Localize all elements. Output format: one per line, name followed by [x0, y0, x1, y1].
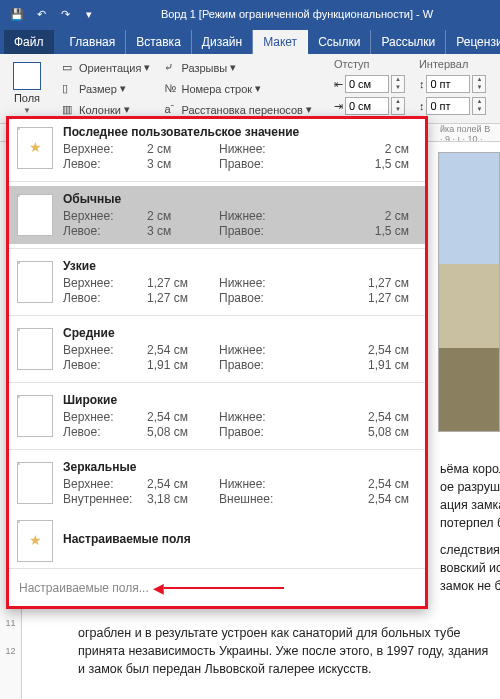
line-numbers-button[interactable]: №Номера строк▾ [164, 79, 311, 98]
margins-custom-title: Настраиваемые поля [63, 532, 417, 546]
spacing-before-icon: ↕ [419, 78, 425, 90]
margins-dropdown: Последнее пользовательское значениеВерхн… [6, 116, 428, 609]
spacing-after-spinner[interactable]: ↕ ▲▼ [419, 96, 487, 116]
indent-left-input[interactable] [345, 75, 389, 93]
margins-menu-item[interactable]: ЗеркальныеВерхнее:2,54 смНижнее:2,54 смВ… [9, 454, 425, 512]
margins-menu-custom-item[interactable]: Настраиваемые поля [9, 512, 425, 568]
margins-menu-item[interactable]: ШирокиеВерхнее:2,54 смНижнее:2,54 смЛево… [9, 387, 425, 445]
spacing-after-input[interactable] [426, 97, 470, 115]
indent-left-stepper[interactable]: ▲▼ [391, 75, 405, 93]
interval-label: Интервал [419, 58, 487, 70]
margins-preset-icon [17, 462, 53, 504]
margins-label: Поля [14, 92, 40, 104]
document-text-right: ьёма короля ое разрушен ация замка, поте… [440, 460, 500, 595]
spacing-after-stepper[interactable]: ▲▼ [472, 97, 486, 115]
indent-left-spinner[interactable]: ⇤ ▲▼ [334, 74, 405, 94]
breaks-button[interactable]: ⤶Разрывы▾ [164, 58, 311, 77]
spacing-after-icon: ↕ [419, 100, 425, 112]
hyphenation-icon: aˉ [164, 103, 178, 117]
margins-preset-title: Средние [63, 326, 417, 340]
document-body-text: ограблен и в результате устроен как сана… [78, 624, 500, 678]
margins-preset-title: Узкие [63, 259, 417, 273]
ribbon-tabs: Файл Главная Вставка Дизайн Макет Ссылки… [0, 28, 500, 54]
ruler-side-text: йка полей В [440, 124, 490, 134]
tab-home[interactable]: Главная [60, 30, 127, 54]
tab-insert[interactable]: Вставка [126, 30, 192, 54]
margins-menu-item[interactable]: УзкиеВерхнее:1,27 смНижнее:1,27 смЛевое:… [9, 253, 425, 311]
margins-menu-item[interactable]: ОбычныеВерхнее:2 смНижнее:2 смЛевое:3 см… [9, 186, 425, 244]
indent-right-stepper[interactable]: ▲▼ [391, 97, 405, 115]
document-image [438, 152, 500, 432]
annotation-arrow: ◀ [159, 577, 284, 598]
indent-right-input[interactable] [345, 97, 389, 115]
size-icon: ▯ [62, 82, 76, 96]
window-title: Ворд 1 [Режим ограниченной функционально… [100, 8, 494, 20]
quick-access-toolbar: 💾 ↶ ↷ ▾ [6, 3, 100, 25]
margins-button[interactable]: Поля ▼ [6, 58, 48, 118]
line-numbers-icon: № [164, 82, 178, 96]
orientation-icon: ▭ [62, 61, 76, 75]
margins-preset-title: Широкие [63, 393, 417, 407]
margins-custom-icon [17, 520, 53, 562]
tab-mailings[interactable]: Рассылки [371, 30, 446, 54]
tab-design[interactable]: Дизайн [192, 30, 253, 54]
spacing-before-input[interactable] [426, 75, 470, 93]
tab-file[interactable]: Файл [4, 30, 54, 54]
margins-preset-title: Последнее пользовательское значение [63, 125, 417, 139]
margins-preset-icon [17, 194, 53, 236]
margins-menu-item[interactable]: СредниеВерхнее:2,54 смНижнее:2,54 смЛево… [9, 320, 425, 378]
indent-label: Отступ [334, 58, 405, 70]
indent-right-icon: ⇥ [334, 100, 343, 113]
indent-left-icon: ⇤ [334, 78, 343, 91]
orientation-button[interactable]: ▭Ориентация▾ [62, 58, 150, 77]
margins-preset-title: Зеркальные [63, 460, 417, 474]
redo-button[interactable]: ↷ [54, 3, 76, 25]
spacing-before-spinner[interactable]: ↕ ▲▼ [419, 74, 487, 94]
tab-review[interactable]: Рецензи [446, 30, 500, 54]
spacing-before-stepper[interactable]: ▲▼ [472, 75, 486, 93]
margins-menu-item[interactable]: Последнее пользовательское значениеВерхн… [9, 119, 425, 177]
breaks-icon: ⤶ [164, 61, 178, 75]
margins-preset-icon [17, 261, 53, 303]
tab-references[interactable]: Ссылки [308, 30, 371, 54]
save-button[interactable]: 💾 [6, 3, 28, 25]
margins-preset-title: Обычные [63, 192, 417, 206]
chevron-down-icon: ▼ [23, 106, 31, 115]
margins-preset-icon [17, 127, 53, 169]
margins-preset-icon [17, 395, 53, 437]
margins-custom-footer[interactable]: Настраиваемые поля... ◀ [9, 568, 425, 606]
qat-customize-button[interactable]: ▾ [78, 3, 100, 25]
tab-layout[interactable]: Макет [253, 30, 308, 54]
size-button[interactable]: ▯Размер▾ [62, 79, 150, 98]
margins-preset-icon [17, 328, 53, 370]
margins-icon [13, 62, 41, 90]
columns-icon: ▥ [62, 103, 76, 117]
undo-button[interactable]: ↶ [30, 3, 52, 25]
indent-right-spinner[interactable]: ⇥ ▲▼ [334, 96, 405, 116]
ribbon: Поля ▼ ▭Ориентация▾ ▯Размер▾ ▥Колонки▾ ⤶… [0, 54, 500, 124]
titlebar: 💾 ↶ ↷ ▾ Ворд 1 [Режим ограниченной функц… [0, 0, 500, 28]
